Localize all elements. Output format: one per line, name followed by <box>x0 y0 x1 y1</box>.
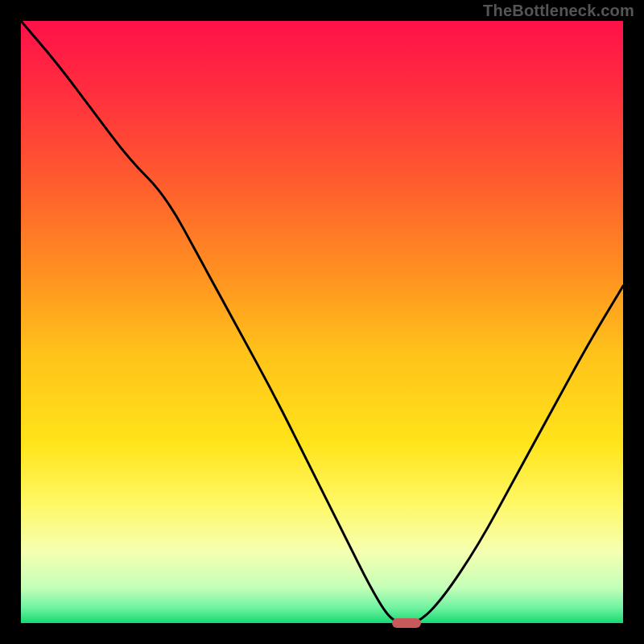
gradient-plot <box>21 21 623 623</box>
gradient-background <box>21 21 623 623</box>
plot-area <box>21 21 623 623</box>
watermark-text: TheBottleneck.com <box>483 2 634 20</box>
optimal-range-marker <box>392 618 421 628</box>
chart-frame: TheBottleneck.com <box>0 0 644 644</box>
